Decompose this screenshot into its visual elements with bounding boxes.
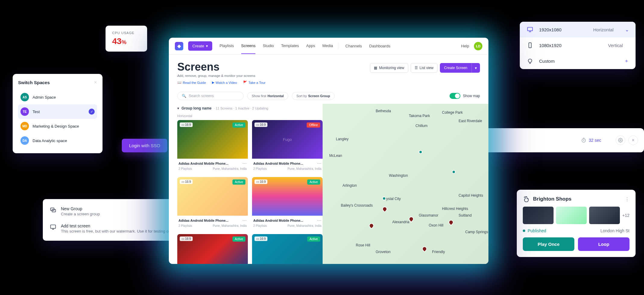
play-once-button[interactable]: Play Once [523,237,574,251]
svg-point-9 [620,140,621,141]
resolution-orient: Vertical [608,43,623,48]
map-city-label: Camp Springs [465,230,488,234]
card-thumbnail: ▭ 16:9OfflineFugo [252,120,323,159]
create-screen-dropdown[interactable]: ▾ [472,63,480,73]
map-city-label: Chillum [415,124,428,128]
menu-icon [49,224,57,230]
nav-dashboards[interactable]: Dashboards [369,38,390,54]
show-first-filter[interactable]: Show first Horizontal [247,92,288,100]
map-pin-icon[interactable] [448,219,455,226]
show-map-toggle[interactable] [450,93,460,99]
space-item[interactable]: DAData Analytic space [18,133,97,148]
search-input[interactable]: 🔍Search screens [177,92,244,100]
monitoring-view-button[interactable]: ▦Monitoring view [370,63,408,73]
card-location: Pune, Maharashtra, India [213,224,247,227]
screen-card[interactable]: ▭ 16:9Active [252,234,323,264]
watch-video-link[interactable]: ▶ Watch a Video [212,81,237,84]
thumbnail[interactable] [589,207,620,224]
resolution-picker: 1920x1080Horizontal⌄1080x1920VerticalCus… [520,22,636,69]
aspect-ratio-badge: ▭ 16:9 [254,179,267,184]
read-guide-link[interactable]: 📖 Read the Guide [177,81,206,84]
resolution-dim: Custom [539,59,555,64]
user-avatar[interactable]: LD [474,42,482,50]
settings-icon[interactable] [616,135,625,145]
map-city-label: Washington [389,173,408,178]
screen-card[interactable]: ▭ 16:9Active [177,234,248,264]
more-icon[interactable]: ⋯ [317,161,321,166]
brighton-title: Brighton Shops [533,196,621,202]
svg-rect-4 [529,43,531,48]
nav-studio[interactable]: Studio [263,38,274,54]
screen-card[interactable]: ▭ 16:9OfflineFugoAdidas Android Mobile P… [252,120,323,173]
status-badge: Active [232,122,245,128]
resolution-option[interactable]: 1920x1080Horizontal⌄ [520,22,636,37]
nav-channels[interactable]: Channels [346,38,362,54]
card-title: Adidas Android Mobile Phone... [253,219,303,222]
create-screen-button[interactable]: Create Screen [440,63,472,73]
space-avatar: DA [21,136,29,145]
map-pin-icon[interactable] [421,246,428,252]
map-city-label: Rose Hill [356,243,370,247]
map-city-label: Suitland [459,213,472,217]
card-playlists: 2 Playlists [178,224,192,227]
svg-rect-3 [528,27,533,31]
file-duration: 32 sec [589,138,601,143]
login-sso-button[interactable]: Login with SSO [122,139,167,152]
cpu-usage-widget: CPU USAGE 43% [106,26,147,52]
nav-help[interactable]: Help [461,44,469,48]
remove-icon[interactable]: × [628,135,638,145]
aspect-ratio-badge: ▭ 16:9 [180,236,193,241]
top-nav: ◆ Create▾ Playlists Screens Studio Templ… [169,38,488,55]
nav-media[interactable]: Media [322,38,333,54]
create-button[interactable]: Create▾ [188,41,212,51]
resolution-option[interactable]: 1080x1920Vertical [520,37,636,53]
take-tour-link[interactable]: 🚩 Take a Tour [243,81,266,84]
more-icon[interactable]: ⋯ [317,218,321,223]
space-avatar: TE [21,107,29,116]
space-item[interactable]: ASAdmin Space [18,90,97,104]
group-header[interactable]: ▾ Group long name · 11 Screens · 1 Inact… [177,104,323,113]
more-icon[interactable]: ⋯ [242,161,247,166]
map-city-label: Bailey's Crossroads [341,203,373,208]
list-view-button[interactable]: ☰List view [411,63,437,73]
map-city-label: East Riverdale [459,119,482,123]
sort-by-filter[interactable]: Sort by Screen Group [292,92,335,100]
app-logo[interactable]: ◆ [175,42,183,50]
more-icon[interactable]: ⋯ [242,218,247,223]
map-pin-icon[interactable] [368,222,375,229]
map-pin-icon[interactable] [381,206,388,213]
resolution-dim: 1920x1080 [539,27,561,32]
card-title: Adidas Android Mobile Phone... [178,219,228,222]
nav-screens[interactable]: Screens [241,38,256,54]
tap-icon [523,196,529,202]
screen-card[interactable]: ▭ 16:9ActiveAdidas Android Mobile Phone.… [252,177,323,230]
space-item[interactable]: MDMarketing & Design Space [18,119,97,133]
map-panel[interactable]: BethesdaTakoma ParkCollege ParkEast Rive… [323,104,488,264]
thumbnail[interactable] [523,207,554,224]
card-title: Adidas Android Mobile Phone... [178,162,228,165]
resolution-dim: 1080x1920 [539,43,561,48]
status-badge: Active [232,236,245,242]
space-item[interactable]: TETest✓ [18,104,97,119]
card-thumbnail: ▭ 16:9Active [252,177,323,216]
device-icon [526,58,534,64]
more-count[interactable]: +12 [622,213,630,218]
svg-point-5 [528,59,532,62]
screen-card[interactable]: ▭ 16:9ActiveAdidas Android Mobile Phone.… [177,177,248,230]
list-icon: ☰ [415,66,418,70]
screen-card[interactable]: ▭ 16:9ActiveAdidas Android Mobile Phone.… [177,120,248,173]
nav-templates[interactable]: Templates [281,38,299,54]
more-icon[interactable]: ⋮ [625,196,630,202]
map-marker-icon[interactable] [452,170,456,174]
space-avatar: AS [21,93,29,101]
map-marker-icon[interactable] [382,197,386,200]
loop-button[interactable]: Loop [578,237,630,251]
thumbnail[interactable] [556,207,587,224]
map-marker-icon[interactable] [419,150,422,154]
nav-playlists[interactable]: Playlists [219,38,234,54]
status-badge: Offline [307,122,320,128]
status-badge: Active [232,179,245,185]
nav-apps[interactable]: Apps [306,38,315,54]
close-icon[interactable]: × [94,79,97,86]
resolution-option[interactable]: Custom＋ [520,53,636,69]
